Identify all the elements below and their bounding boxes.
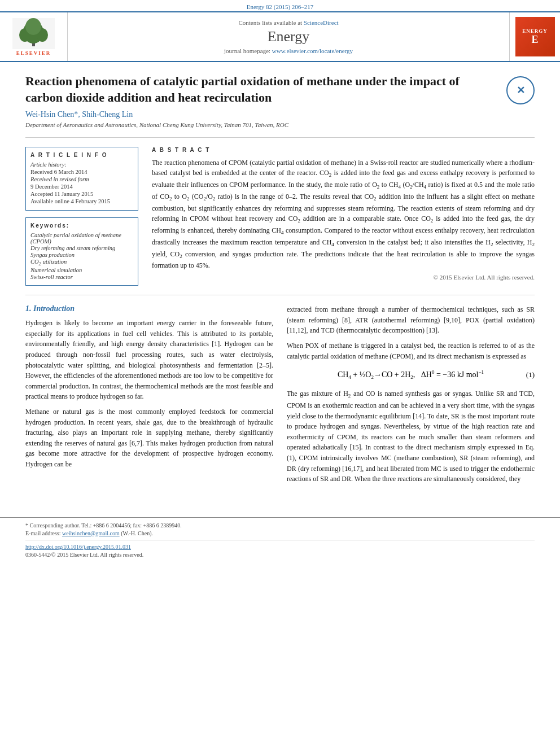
keyword-5: Numerical simulation — [30, 267, 133, 273]
intro-para-1: Hydrogen is likely to become an importan… — [25, 318, 273, 402]
keyword-4: CO2 utilization — [30, 259, 133, 267]
journal-citation-bar: Energy 82 (2015) 206–217 — [0, 0, 560, 12]
intro-para-4: When POX of methane is triggered in a ca… — [287, 340, 535, 361]
energy-badge: ENERGY E — [515, 17, 555, 56]
homepage-line: journal homepage: www.elsevier.com/locat… — [224, 47, 353, 54]
doi-link[interactable]: http://dx.doi.org/10.1016/j.energy.2015.… — [25, 544, 131, 550]
keyword-1: Catalytic partial oxidation of methane (… — [30, 232, 133, 244]
article-info-abstract-section: A R T I C L E I N F O Article history: R… — [25, 147, 535, 286]
article-authors: Wei-Hsin Chen*, Shih-Cheng Lin — [25, 110, 535, 119]
svg-point-5 — [25, 18, 41, 35]
revised-label: Received in revised form — [30, 176, 133, 182]
article-info-column: A R T I C L E I N F O Article history: R… — [25, 147, 138, 286]
intro-para-3: extracted from methane through a number … — [287, 304, 535, 336]
sciencedirect-link[interactable]: ScienceDirect — [304, 19, 339, 26]
sciencedirect-line: Contents lists available at ScienceDirec… — [238, 19, 338, 26]
intro-para-2: Methane or natural gas is the most commo… — [25, 407, 273, 470]
footer-divider — [25, 540, 535, 540]
article-info-label: A R T I C L E I N F O — [30, 152, 133, 158]
keywords-box: Keywords: Catalytic partial oxidation of… — [25, 217, 138, 286]
email-note: E-mail address: weihsinchen@gmail.com (W… — [25, 530, 535, 536]
paper-footer: * Corresponding author. Tel.: +886 6 200… — [0, 517, 560, 560]
email-link[interactable]: weihsinchen@gmail.com — [62, 530, 120, 536]
article-title-section: Reaction phenomena of catalytic partial … — [25, 73, 535, 106]
corresponding-note: * Corresponding author. Tel.: +886 6 200… — [25, 522, 535, 528]
journal-badge-container: ENERGY E — [509, 12, 560, 61]
copyright-line: © 2015 Elsevier Ltd. All rights reserved… — [152, 274, 535, 281]
doi-line: http://dx.doi.org/10.1016/j.energy.2015.… — [25, 544, 535, 550]
paper-content: Reaction phenomena of catalytic partial … — [0, 62, 560, 500]
article-affiliation: Department of Aeronautics and Astronauti… — [25, 121, 535, 128]
received-date: Received 6 March 2014 — [30, 169, 133, 175]
section-divider-top — [25, 137, 535, 138]
introduction-section: 1. Introduction Hydrogen is likely to be… — [25, 304, 535, 489]
section-divider-mid — [25, 295, 535, 295]
revised-date: 9 December 2014 — [30, 184, 133, 190]
issn-line: 0360-5442/© 2015 Elsevier Ltd. All right… — [25, 552, 535, 558]
intro-col-left: 1. Introduction Hydrogen is likely to be… — [25, 304, 273, 489]
keyword-2: Dry reforming and steam reforming — [30, 245, 133, 251]
accepted-date: Accepted 11 January 2015 — [30, 191, 133, 197]
keywords-label: Keywords: — [30, 222, 133, 229]
article-info-box: A R T I C L E I N F O Article history: R… — [25, 147, 138, 211]
intro-col-right: extracted from methane through a number … — [287, 304, 535, 489]
journal-title: Energy — [268, 28, 310, 45]
elsevier-logo: ELSEVIER — [12, 18, 55, 56]
article-title: Reaction phenomena of catalytic partial … — [25, 73, 506, 106]
crossmark-badge: ✕ — [506, 76, 535, 104]
history-label: Article history: — [30, 161, 133, 168]
keyword-3: Syngas production — [30, 252, 133, 258]
homepage-link[interactable]: www.elsevier.com/locate/energy — [272, 47, 353, 54]
elsevier-logo-container: ELSEVIER — [0, 12, 68, 61]
equation-1-number: (1) — [526, 370, 535, 379]
abstract-column: A B S T R A C T The reaction phenomena o… — [152, 147, 535, 286]
available-date: Available online 4 February 2015 — [30, 198, 133, 204]
journal-citation: Energy 82 (2015) 206–217 — [247, 3, 314, 10]
equation-1-area: CH4 + ½O2→CO + 2H2, ΔH0 = −36 kJ mol−1 (… — [287, 369, 535, 380]
intro-para-5: The gas mixture of H2 and CO is named sy… — [287, 388, 535, 484]
keyword-6: Swiss-roll reactor — [30, 274, 133, 280]
elsevier-tree-icon — [12, 18, 55, 49]
journal-center-header: Contents lists available at ScienceDirec… — [68, 12, 509, 61]
crossmark-icon: ✕ — [517, 84, 525, 97]
elsevier-text: ELSEVIER — [16, 50, 51, 56]
intro-heading: 1. Introduction — [25, 304, 273, 313]
equation-1: CH4 + ½O2→CO + 2H2, ΔH0 = −36 kJ mol−1 — [338, 369, 484, 380]
journal-header: ELSEVIER Contents lists available at Sci… — [0, 12, 560, 62]
abstract-text: The reaction phenomena of CPOM (catalyti… — [152, 158, 535, 270]
abstract-label: A B S T R A C T — [152, 147, 535, 153]
